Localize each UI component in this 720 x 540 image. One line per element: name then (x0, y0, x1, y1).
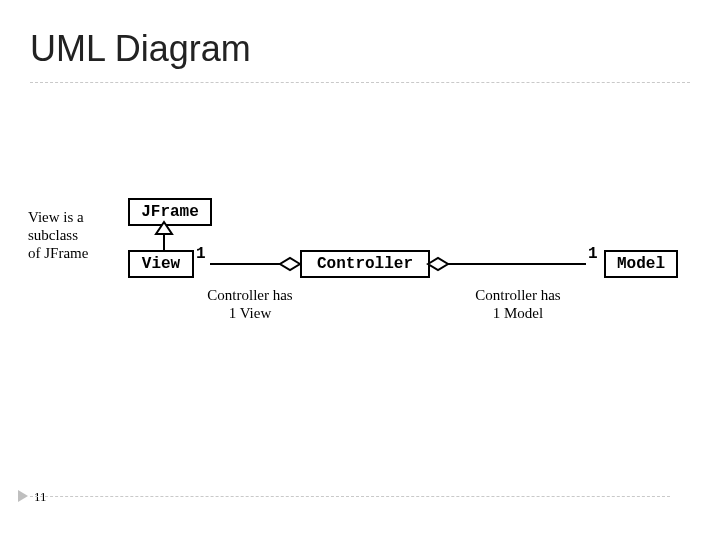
svg-marker-5 (428, 258, 448, 270)
page-title: UML Diagram (30, 28, 251, 70)
svg-marker-3 (280, 258, 300, 270)
page-number: 11 (34, 489, 47, 505)
generalization-arrow (156, 222, 176, 252)
multiplicity-view: 1 (196, 245, 206, 263)
class-model: Model (604, 250, 678, 278)
divider-bottom (30, 496, 670, 497)
aggregation-view (192, 256, 302, 272)
aggregation-model (428, 256, 606, 272)
divider-top (30, 82, 690, 83)
page-bullet-icon (18, 490, 28, 502)
class-controller: Controller (300, 250, 430, 278)
multiplicity-model: 1 (588, 245, 598, 263)
class-view: View (128, 250, 194, 278)
caption-view: Controller has 1 View (190, 286, 310, 322)
caption-model: Controller has 1 Model (458, 286, 578, 322)
svg-marker-1 (156, 222, 172, 234)
note-left: View is a subclass of JFrame (28, 208, 118, 262)
